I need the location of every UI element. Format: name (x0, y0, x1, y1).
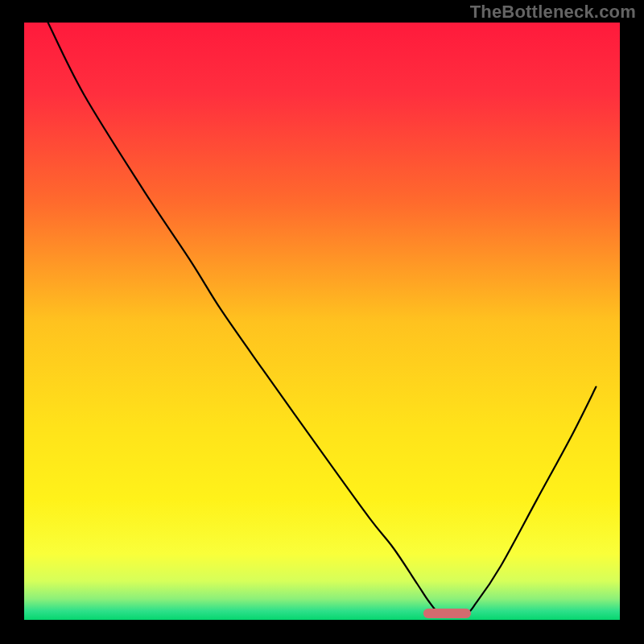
optimal-marker (423, 609, 471, 618)
watermark-text: TheBottleneck.com (470, 2, 636, 23)
plot-background (24, 23, 620, 620)
bottleneck-chart (0, 0, 644, 644)
chart-container: TheBottleneck.com (0, 0, 644, 644)
